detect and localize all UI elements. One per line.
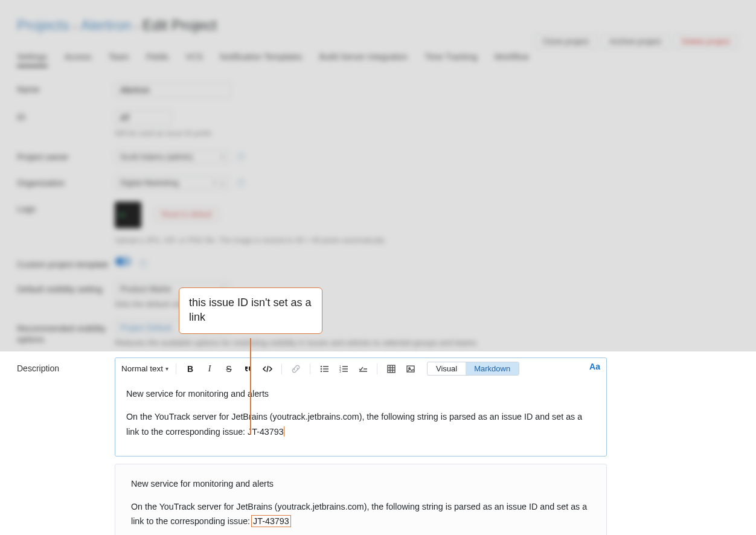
logo-label: Logo bbox=[17, 202, 115, 214]
default-visibility-value: Product Marke bbox=[120, 284, 171, 293]
tab-team[interactable]: Team bbox=[109, 52, 129, 67]
description-label: Description bbox=[17, 357, 115, 373]
link-button[interactable] bbox=[289, 362, 303, 376]
chevron-down-icon: ▾ bbox=[165, 365, 168, 372]
number-list-button[interactable]: 123 bbox=[337, 362, 350, 376]
clone-project-button[interactable]: Clone project bbox=[534, 34, 597, 49]
tab-vcs[interactable]: VCS bbox=[185, 52, 203, 67]
description-editor: Normal text ▾ B I S bbox=[115, 357, 607, 457]
tab-fields[interactable]: Fields bbox=[146, 52, 168, 67]
info-icon[interactable]: ? bbox=[237, 153, 245, 161]
text-caret bbox=[284, 426, 284, 437]
archive-project-button[interactable]: Archive project bbox=[601, 34, 669, 49]
breadcrumb-root[interactable]: Projects bbox=[17, 17, 69, 34]
description-section: Description Normal text ▾ B I S bbox=[0, 351, 607, 535]
breadcrumb: Projects › Alertron › Edit Project bbox=[17, 17, 739, 34]
strike-button[interactable]: S bbox=[222, 362, 235, 376]
editor-toolbar: Normal text ▾ B I S bbox=[115, 358, 606, 379]
chevron-down-icon: ▾ bbox=[221, 180, 224, 187]
preview-line: On the YouTrack server for JetBrains (yo… bbox=[131, 499, 591, 529]
description-preview: New service for monitoring and alerts On… bbox=[115, 464, 607, 535]
bullet-list-button[interactable] bbox=[318, 362, 331, 376]
svg-rect-4 bbox=[323, 368, 328, 370]
breadcrumb-page: Edit Project bbox=[143, 17, 217, 34]
project-logo[interactable] bbox=[115, 202, 141, 228]
delete-project-button[interactable]: Delete project bbox=[674, 34, 738, 49]
tab-notifications[interactable]: Notification Templates bbox=[220, 52, 303, 67]
svg-text:3: 3 bbox=[339, 370, 341, 373]
id-input[interactable] bbox=[115, 110, 172, 126]
info-icon[interactable]: ? bbox=[237, 179, 245, 187]
clear-icon[interactable]: × bbox=[213, 179, 217, 187]
rec-visibility-hint: Reduces the available options for restri… bbox=[115, 338, 739, 347]
default-visibility-label: Default visibility setting bbox=[17, 282, 115, 294]
org-label: Organization bbox=[17, 176, 115, 188]
logo-hint: Upload a JPG, GIF, or PNG file. The imag… bbox=[115, 236, 739, 245]
info-icon[interactable]: ? bbox=[139, 260, 147, 268]
name-input[interactable] bbox=[115, 82, 231, 98]
reset-logo-button[interactable]: Reset to default bbox=[155, 208, 219, 221]
svg-rect-12 bbox=[364, 368, 367, 370]
chevron-down-icon: ▾ bbox=[221, 153, 224, 160]
render-mode-segment: Visual Markdown bbox=[427, 362, 519, 376]
owner-select[interactable]: Scott Adams (admin) ▾ bbox=[115, 150, 229, 164]
template-label: Custom project template bbox=[17, 257, 115, 270]
tab-time[interactable]: Time Tracking bbox=[424, 52, 477, 67]
tab-access[interactable]: Access bbox=[65, 52, 92, 67]
rec-visibility-value: Project Default bbox=[120, 323, 171, 332]
breadcrumb-sep: › bbox=[73, 19, 77, 33]
bold-button[interactable]: B bbox=[184, 362, 197, 376]
quote-button[interactable] bbox=[242, 362, 255, 376]
id-label: ID bbox=[17, 110, 115, 122]
name-label: Name bbox=[17, 82, 115, 94]
owner-label: Project owner bbox=[17, 150, 115, 162]
template-toggle[interactable] bbox=[115, 257, 132, 266]
breadcrumb-project[interactable]: Alertron bbox=[80, 17, 131, 34]
project-tabs: Settings Access Team Fields VCS Notifica… bbox=[17, 52, 739, 68]
svg-point-1 bbox=[321, 368, 322, 370]
format-value: Normal text bbox=[121, 364, 163, 373]
editor-textarea[interactable]: New service for monitoring and alerts On… bbox=[115, 379, 606, 456]
mode-visual[interactable]: Visual bbox=[428, 362, 466, 375]
org-select[interactable]: Digital Marketing × ▾ bbox=[115, 176, 229, 190]
annotation-callout: this issue ID isn't set as a link bbox=[179, 287, 322, 334]
mode-markdown[interactable]: Markdown bbox=[466, 362, 519, 375]
table-button[interactable] bbox=[385, 362, 398, 376]
editor-line: New service for monitoring and alerts bbox=[126, 386, 595, 401]
svg-point-2 bbox=[321, 370, 322, 372]
svg-rect-10 bbox=[342, 368, 348, 370]
rec-visibility-label: Recommended visibility options bbox=[17, 321, 115, 345]
svg-rect-5 bbox=[323, 371, 328, 372]
text-formatting-button[interactable]: Aa bbox=[589, 362, 600, 371]
breadcrumb-sep: › bbox=[135, 19, 139, 33]
id-hint: Will be used as issue ID prefix bbox=[115, 129, 739, 138]
svg-rect-3 bbox=[323, 366, 328, 367]
svg-point-0 bbox=[321, 365, 322, 367]
org-value: Digital Marketing bbox=[120, 178, 179, 187]
svg-rect-13 bbox=[359, 371, 367, 372]
image-button[interactable] bbox=[404, 362, 417, 376]
annotation-connector bbox=[250, 338, 251, 435]
svg-rect-9 bbox=[342, 366, 348, 367]
issue-reference[interactable]: JT-43793 bbox=[252, 516, 290, 526]
tab-workflow[interactable]: Workflow bbox=[495, 52, 529, 67]
format-dropdown[interactable]: Normal text ▾ bbox=[121, 364, 168, 373]
svg-rect-11 bbox=[342, 371, 348, 372]
italic-button[interactable]: I bbox=[203, 362, 216, 376]
code-button[interactable] bbox=[261, 362, 274, 376]
checklist-button[interactable] bbox=[356, 362, 370, 376]
owner-value: Scott Adams (admin) bbox=[120, 152, 193, 161]
svg-rect-14 bbox=[388, 365, 395, 373]
preview-line: New service for monitoring and alerts bbox=[131, 476, 591, 491]
project-actions: Clone project Archive project Delete pro… bbox=[534, 34, 738, 49]
tab-settings[interactable]: Settings bbox=[17, 52, 48, 67]
editor-line: On the YouTrack server for JetBrains (yo… bbox=[126, 409, 595, 439]
tab-build[interactable]: Build Server Integration bbox=[319, 52, 408, 67]
